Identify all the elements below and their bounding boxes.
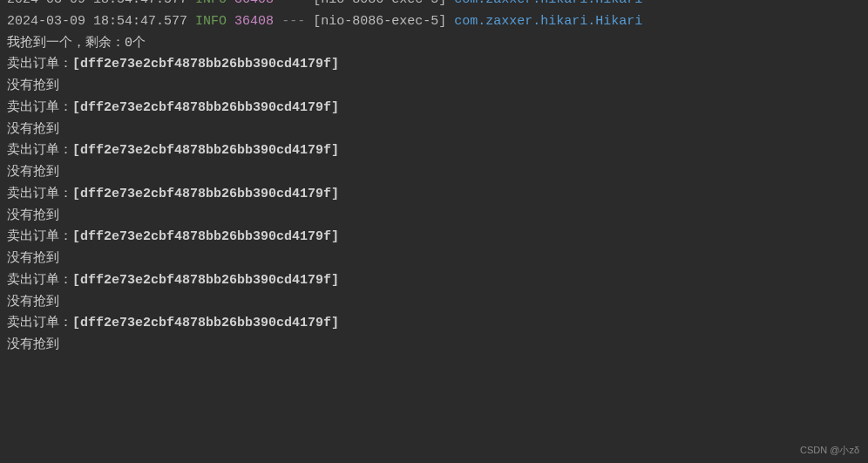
log-separator: ---: [281, 0, 305, 7]
console-line: 卖出订单：[dff2e73e2cbf4878bb26bb390cd4179f]: [7, 140, 861, 162]
bracket-close: ]: [331, 100, 339, 115]
order-id: dff2e73e2cbf4878bb26bb390cd4179f: [80, 57, 331, 71]
order-label: 卖出订单：: [7, 187, 72, 201]
log-thread: [nio-8086-exec-5]: [313, 14, 446, 29]
miss-message: 没有抢到: [7, 251, 59, 266]
console-line: 没有抢到: [7, 162, 861, 184]
log-logger: com.zaxxer.hikari.Hikari: [454, 14, 642, 29]
console-line: 卖出订单：[dff2e73e2cbf4878bb26bb390cd4179f]: [7, 313, 861, 335]
miss-message: 没有抢到: [7, 78, 59, 93]
bracket-close: ]: [331, 316, 339, 330]
watermark: CSDN @小zδ: [800, 442, 859, 458]
bracket-open: [: [72, 57, 80, 71]
bracket-open: [: [72, 143, 80, 158]
order-label: 卖出订单：: [7, 316, 72, 330]
log-timestamp: 2024-03-09 18:54:47.577: [7, 14, 187, 29]
log-separator: ---: [281, 14, 305, 29]
bracket-open: [: [72, 100, 80, 115]
miss-message: 没有抢到: [7, 122, 59, 137]
console-line: 没有抢到: [7, 335, 861, 357]
miss-message: 没有抢到: [7, 337, 59, 352]
bracket-open: [: [72, 273, 80, 288]
order-id: dff2e73e2cbf4878bb26bb390cd4179f: [80, 187, 331, 201]
order-id: dff2e73e2cbf4878bb26bb390cd4179f: [80, 143, 331, 158]
bracket-close: ]: [331, 229, 339, 244]
console-line: 2024-03-09 18:54:47.577 INFO 36408 --- […: [7, 0, 861, 11]
bracket-open: [: [72, 229, 80, 244]
log-timestamp: 2024-03-09 18:54:47.577: [7, 0, 187, 7]
console-line: 卖出订单：[dff2e73e2cbf4878bb26bb390cd4179f]: [7, 270, 861, 292]
console-line: 2024-03-09 18:54:47.577 INFO 36408 --- […: [7, 11, 861, 33]
bracket-open: [: [72, 187, 80, 201]
log-pid: 36408: [234, 0, 274, 7]
miss-message: 没有抢到: [7, 295, 59, 310]
console-line: 卖出订单：[dff2e73e2cbf4878bb26bb390cd4179f]: [7, 184, 861, 206]
console-line: 没有抢到: [7, 206, 861, 228]
log-level: INFO: [195, 14, 227, 29]
order-label: 卖出订单：: [7, 100, 72, 115]
console-line: 没有抢到: [7, 119, 861, 141]
bracket-close: ]: [331, 187, 339, 201]
order-label: 卖出订单：: [7, 229, 72, 244]
order-label: 卖出订单：: [7, 57, 72, 71]
console-line: 卖出订单：[dff2e73e2cbf4878bb26bb390cd4179f]: [7, 54, 861, 76]
console-output[interactable]: 2024-03-09 18:54:47.577 INFO 36408 --- […: [7, 0, 861, 357]
console-line: 卖出订单：[dff2e73e2cbf4878bb26bb390cd4179f]: [7, 227, 861, 249]
bracket-close: ]: [331, 143, 339, 158]
order-id: dff2e73e2cbf4878bb26bb390cd4179f: [80, 273, 331, 288]
console-line: 没有抢到: [7, 249, 861, 270]
order-id: dff2e73e2cbf4878bb26bb390cd4179f: [80, 316, 331, 330]
console-line: 我抢到一个，剩余：0个: [7, 33, 861, 55]
order-label: 卖出订单：: [7, 273, 72, 288]
console-line: 没有抢到: [7, 76, 861, 98]
log-level: INFO: [195, 0, 227, 7]
miss-message: 没有抢到: [7, 165, 59, 180]
log-pid: 36408: [234, 14, 274, 29]
bracket-close: ]: [331, 57, 339, 71]
log-logger: com.zaxxer.hikari.Hikari: [454, 0, 642, 7]
bracket-close: ]: [331, 273, 339, 288]
order-label: 卖出订单：: [7, 143, 72, 158]
log-thread: [nio-8086-exec-5]: [313, 0, 446, 7]
order-id: dff2e73e2cbf4878bb26bb390cd4179f: [80, 229, 331, 244]
bracket-open: [: [72, 316, 80, 330]
console-line: 没有抢到: [7, 292, 861, 314]
console-line: 卖出订单：[dff2e73e2cbf4878bb26bb390cd4179f]: [7, 98, 861, 119]
miss-message: 没有抢到: [7, 208, 59, 223]
grabbed-message: 我抢到一个，剩余：0个: [7, 36, 146, 51]
order-id: dff2e73e2cbf4878bb26bb390cd4179f: [80, 100, 331, 115]
